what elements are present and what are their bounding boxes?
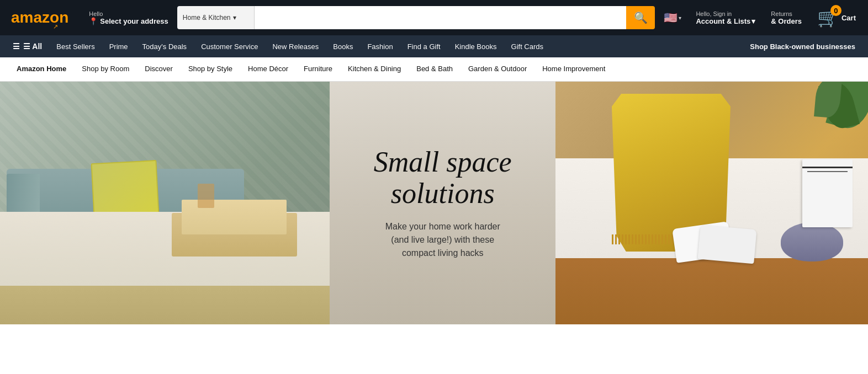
search-button[interactable]: 🔍: [626, 6, 655, 29]
all-menu-button[interactable]: ☰ ☰ All: [7, 38, 48, 55]
cat-amazon-home[interactable]: Amazon Home: [9, 57, 74, 82]
language-selector[interactable]: 🇺🇸 ▾: [659, 8, 686, 28]
cart-count-badge: 0: [830, 5, 841, 16]
nav-new-releases[interactable]: New Releases: [266, 39, 325, 55]
coffee-table: [172, 213, 297, 257]
top-navigation: amazon ↗ Hello 📍 Select your address Hom…: [0, 0, 868, 35]
nav-todays-deals[interactable]: Today's Deals: [136, 39, 193, 55]
nav-fashion[interactable]: Fashion: [361, 39, 399, 55]
cat-shop-by-room[interactable]: Shop by Room: [74, 57, 137, 82]
cat-home-decor[interactable]: Home Décor: [240, 57, 296, 82]
returns-line2: & Orders: [771, 17, 802, 25]
flag-icon: 🇺🇸: [664, 11, 678, 24]
cat-home-improvement[interactable]: Home Improvement: [534, 57, 613, 82]
cat-bed-bath[interactable]: Bed & Bath: [409, 57, 461, 82]
sofa-pillow: [91, 160, 160, 217]
nav-kindle-books[interactable]: Kindle Books: [449, 39, 503, 55]
search-bar: Home & Kitchen ▾ 🔍: [177, 6, 655, 29]
cat-discover[interactable]: Discover: [137, 57, 181, 82]
search-input[interactable]: [255, 6, 627, 29]
returns-line1: Returns: [771, 10, 802, 17]
nav-find-a-gift[interactable]: Find a Gift: [401, 39, 447, 55]
cart-icon-wrapper: 🛒 0: [817, 7, 839, 28]
hero-banner[interactable]: Small space solutions Make your home wor…: [0, 82, 868, 324]
chevron-down-icon: ▾: [751, 17, 755, 25]
cat-furniture[interactable]: Furniture: [296, 57, 340, 82]
nav-best-sellers[interactable]: Best Sellers: [50, 39, 100, 55]
amazon-logo[interactable]: amazon ↗: [7, 6, 78, 30]
search-category-dropdown[interactable]: Home & Kitchen ▾: [177, 6, 255, 29]
chevron-down-icon: ▾: [679, 15, 681, 21]
category-navigation: Amazon Home Shop by Room Discover Shop b…: [0, 57, 868, 82]
hero-title: Small space solutions: [346, 146, 539, 209]
location-pin-icon: 📍: [89, 17, 98, 25]
round-pouf: [781, 222, 843, 261]
returns-orders-link[interactable]: Returns & Orders: [765, 7, 807, 29]
cart-label: Cart: [841, 14, 856, 22]
address-selector[interactable]: Hello 📍 Select your address: [84, 7, 173, 29]
chevron-down-icon: ▾: [233, 14, 236, 22]
hero-left-panel: [0, 82, 330, 324]
logo-text: amazon: [11, 9, 68, 26]
account-hello: Hello, Sign in: [696, 10, 755, 17]
hero-background: Small space solutions Make your home wor…: [0, 82, 868, 324]
cat-kitchen-dining[interactable]: Kitchen & Dining: [340, 57, 409, 82]
search-icon: 🔍: [634, 11, 648, 24]
account-label: Account & Lists ▾: [696, 17, 755, 25]
nav-black-owned[interactable]: Shop Black-owned businesses: [744, 39, 861, 55]
secondary-navigation: ☰ ☰ All Best Sellers Prime Today's Deals…: [0, 35, 868, 57]
nav-books[interactable]: Books: [327, 39, 359, 55]
hero-center-panel: Small space solutions Make your home wor…: [330, 82, 555, 324]
address-select-label: 📍 Select your address: [89, 17, 168, 25]
serving-tray: [182, 200, 287, 234]
magazine-stripe-2: [807, 171, 847, 172]
sneaker-right: [698, 225, 757, 264]
magazine-stripe: [802, 167, 853, 168]
cat-shop-by-style[interactable]: Shop by Style: [181, 57, 240, 82]
nav-gift-cards[interactable]: Gift Cards: [505, 39, 550, 55]
hero-right-panel: [555, 82, 868, 324]
cart-button[interactable]: 🛒 0 Cart: [812, 4, 861, 31]
account-dropdown[interactable]: Hello, Sign in Account & Lists ▾: [690, 7, 761, 29]
magazine: [802, 159, 853, 227]
address-hello: Hello: [89, 10, 168, 17]
hero-subtitle: Make your home work harder (and live lar…: [385, 220, 500, 260]
nav-customer-service[interactable]: Customer Service: [195, 39, 264, 55]
glass-decor: [198, 184, 214, 208]
hamburger-icon: ☰: [13, 42, 20, 51]
nav-prime[interactable]: Prime: [103, 39, 134, 55]
plant-decoration: [813, 82, 868, 148]
cat-garden-outdoor[interactable]: Garden & Outdoor: [461, 57, 534, 82]
